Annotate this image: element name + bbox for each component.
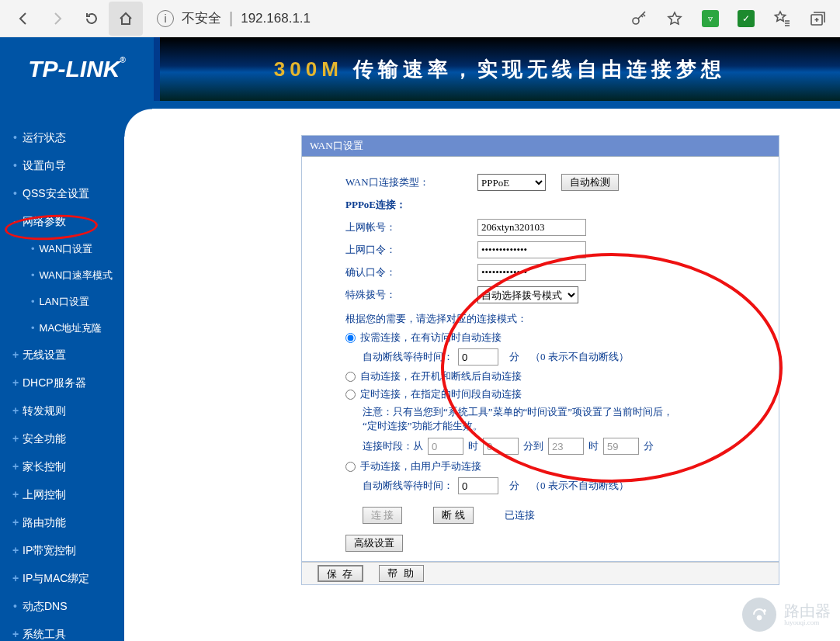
connection-status: 已连接 <box>505 508 535 522</box>
panel-title: WAN口设置 <box>302 136 779 157</box>
browser-toolbar: i 不安全 | 192.168.1.1 ▿ ✓ <box>0 0 840 37</box>
sidebar-sub-wan[interactable]: WAN口设置 <box>0 236 124 262</box>
collections-icon[interactable] <box>809 10 826 27</box>
auto-disc-hint: （0 表示不自动断线） <box>530 350 629 364</box>
sidebar-item-security[interactable]: 安全功能 <box>0 425 124 453</box>
sidebar-item-parental[interactable]: 家长控制 <box>0 453 124 481</box>
wan-settings-panel: WAN口设置 WAN口连接类型： PPPoE 自动检测 PPPoE连接： 上网帐… <box>301 135 779 585</box>
manual-wait-input[interactable] <box>458 477 498 494</box>
special-dial-select[interactable]: 自动选择拨号模式 <box>477 286 578 303</box>
panel-footer: 保 存 帮 助 <box>302 562 779 584</box>
logo: TP-LINK® <box>0 37 154 101</box>
forward-button[interactable] <box>40 2 75 36</box>
password-input[interactable] <box>477 241 586 258</box>
back-button[interactable] <box>6 2 40 36</box>
sidebar-sub-wan-speed[interactable]: WAN口速率模式 <box>0 262 124 289</box>
favorites-list-icon[interactable] <box>773 10 790 27</box>
connect-button[interactable]: 连 接 <box>363 507 402 524</box>
sidebar-sub-mac-clone[interactable]: MAC地址克隆 <box>0 315 124 341</box>
info-icon: i <box>157 10 174 27</box>
auto-detect-button[interactable]: 自动检测 <box>561 174 619 191</box>
sidebar-item-access[interactable]: 上网控制 <box>0 481 124 509</box>
schedule-to-hour[interactable] <box>548 438 584 455</box>
sidebar-item-wizard[interactable]: 设置向导 <box>0 152 124 180</box>
svg-point-0 <box>633 18 639 24</box>
account-label: 上网帐号： <box>345 220 477 234</box>
watermark-icon <box>742 598 776 632</box>
mode-schedule-radio[interactable] <box>345 390 356 400</box>
help-button[interactable]: 帮 助 <box>379 565 423 582</box>
schedule-from-hour[interactable] <box>428 438 463 455</box>
mode-manual-label: 手动连接，由用户手动连接 <box>360 459 481 473</box>
sidebar-item-forward[interactable]: 转发规则 <box>0 397 124 425</box>
content-area: WAN口设置 WAN口连接类型： PPPoE 自动检测 PPPoE连接： 上网帐… <box>124 109 840 641</box>
favorite-star-icon[interactable] <box>666 10 683 27</box>
sidebar-item-status[interactable]: 运行状态 <box>0 124 124 152</box>
confirm-label: 确认口令： <box>345 265 477 279</box>
sidebar-sub-lan[interactable]: LAN口设置 <box>0 289 124 315</box>
advanced-button[interactable]: 高级设置 <box>345 535 403 552</box>
schedule-from-min[interactable] <box>483 438 519 455</box>
mode-manual-radio[interactable] <box>345 462 356 472</box>
mode-schedule-label: 定时连接，在指定的时间段自动连接 <box>360 387 522 401</box>
save-button[interactable]: 保 存 <box>318 565 363 582</box>
schedule-note-1: 注意：只有当您到“系统工具”菜单的“时间设置”项设置了当前时间后， <box>363 405 769 419</box>
content-corner <box>124 109 152 137</box>
account-input[interactable] <box>477 219 586 236</box>
page-header: TP-LINK® 300M 传输速率，实现无线自由连接梦想 <box>0 37 840 101</box>
disconnect-button[interactable]: 断 线 <box>433 507 473 524</box>
svg-point-2 <box>757 615 762 620</box>
chrome-icons: ▿ ✓ <box>630 10 834 27</box>
banner: 300M 传输速率，实现无线自由连接梦想 <box>160 37 840 101</box>
sidebar-item-network[interactable]: 网络参数 <box>0 208 124 236</box>
sidebar-item-ipmac[interactable]: IP与MAC绑定 <box>0 565 124 593</box>
mode-auto-label: 自动连接，在开机和断线后自动连接 <box>360 369 522 383</box>
refresh-button[interactable] <box>75 2 109 36</box>
sidebar-item-qss[interactable]: QSS安全设置 <box>0 180 124 208</box>
pppoe-heading: PPPoE连接： <box>345 198 406 212</box>
shield-icon-1[interactable]: ▿ <box>702 10 719 27</box>
conn-type-select[interactable]: PPPoE <box>477 174 546 191</box>
schedule-note-2: “定时连接”功能才能生效。 <box>363 419 769 433</box>
conn-type-label: WAN口连接类型： <box>345 175 477 189</box>
key-icon[interactable] <box>630 10 647 27</box>
sidebar-item-routing[interactable]: 路由功能 <box>0 509 124 537</box>
blue-bar <box>0 101 840 109</box>
watermark: 路由器 luyouqi.com <box>742 598 831 632</box>
shield-icon-2[interactable]: ✓ <box>738 10 755 27</box>
mode-on-demand-label: 按需连接，在有访问时自动连接 <box>360 331 502 345</box>
sidebar: 运行状态 设置向导 QSS安全设置 网络参数 WAN口设置 WAN口速率模式 L… <box>0 109 124 641</box>
auto-disc-input[interactable] <box>458 348 498 366</box>
url-text: 192.168.1.1 <box>241 11 311 26</box>
mode-auto-radio[interactable] <box>345 372 356 382</box>
home-button[interactable] <box>109 2 143 36</box>
sidebar-item-system[interactable]: 系统工具 <box>0 621 124 641</box>
svg-point-3 <box>764 610 766 612</box>
confirm-password-input[interactable] <box>477 264 586 281</box>
sidebar-item-bandwidth[interactable]: IP带宽控制 <box>0 537 124 565</box>
password-label: 上网口令： <box>345 243 477 257</box>
sidebar-item-dhcp[interactable]: DHCP服务器 <box>0 369 124 397</box>
mode-instruction: 根据您的需要，请选择对应的连接模式： <box>345 312 769 326</box>
special-dial-label: 特殊拨号： <box>345 288 477 302</box>
address-bar[interactable]: i 不安全 | 192.168.1.1 <box>157 9 623 27</box>
sidebar-item-ddns[interactable]: 动态DNS <box>0 593 124 621</box>
schedule-to-min[interactable] <box>603 438 639 455</box>
auto-disc-label: 自动断线等待时间： <box>363 350 453 364</box>
schedule-range-label: 连接时段：从 <box>363 439 423 453</box>
mode-on-demand-radio[interactable] <box>345 333 356 343</box>
insecure-label: 不安全 <box>182 9 221 27</box>
sidebar-item-wireless[interactable]: 无线设置 <box>0 341 124 369</box>
